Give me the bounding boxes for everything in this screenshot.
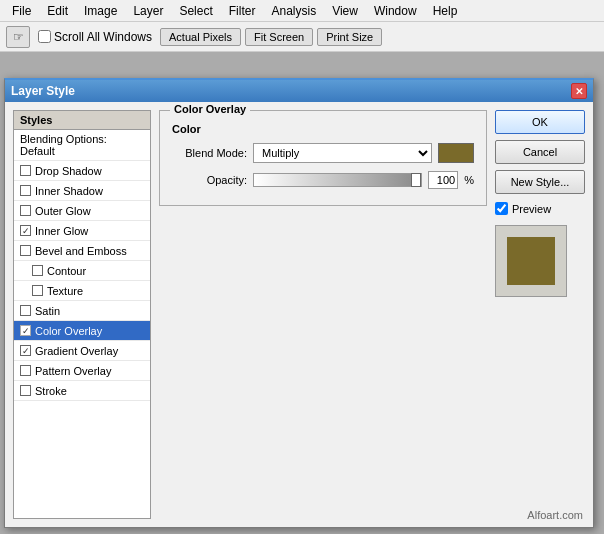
menu-file[interactable]: File xyxy=(4,2,39,20)
opacity-label: Opacity: xyxy=(172,174,247,186)
drop-shadow-label: Drop Shadow xyxy=(35,165,102,177)
inner-glow-label: Inner Glow xyxy=(35,225,88,237)
menu-image[interactable]: Image xyxy=(76,2,125,20)
opacity-row: Opacity: % xyxy=(172,171,474,189)
bevel-emboss-label: Bevel and Emboss xyxy=(35,245,127,257)
pattern-overlay-item[interactable]: Pattern Overlay xyxy=(14,361,150,381)
gradient-overlay-checkbox[interactable] xyxy=(20,345,31,356)
menu-window[interactable]: Window xyxy=(366,2,425,20)
stroke-label: Stroke xyxy=(35,385,67,397)
contour-item[interactable]: Contour xyxy=(14,261,150,281)
blending-options-label: Blending Options: Default xyxy=(20,133,144,157)
cancel-button[interactable]: Cancel xyxy=(495,140,585,164)
inner-shadow-checkbox[interactable] xyxy=(20,185,31,196)
outer-glow-item[interactable]: Outer Glow xyxy=(14,201,150,221)
color-overlay-checkbox[interactable]: ✓ xyxy=(20,325,31,336)
ok-button[interactable]: OK xyxy=(495,110,585,134)
preview-checkbox[interactable] xyxy=(495,202,508,215)
stroke-checkbox[interactable] xyxy=(20,385,31,396)
hand-tool-icon[interactable]: ☞ xyxy=(6,26,30,48)
satin-checkbox[interactable] xyxy=(20,305,31,316)
color-sub-title: Color xyxy=(172,123,474,135)
inner-glow-checkbox[interactable] xyxy=(20,225,31,236)
texture-label: Texture xyxy=(47,285,83,297)
inner-glow-item[interactable]: Inner Glow xyxy=(14,221,150,241)
menu-layer[interactable]: Layer xyxy=(125,2,171,20)
dialog-overlay: Layer Style ✕ Styles Blending Options: D… xyxy=(0,70,604,534)
blend-mode-select[interactable]: Multiply xyxy=(253,143,432,163)
menu-filter[interactable]: Filter xyxy=(221,2,264,20)
print-size-button[interactable]: Print Size xyxy=(317,28,382,46)
menu-bar: File Edit Image Layer Select Filter Anal… xyxy=(0,0,604,22)
contour-label: Contour xyxy=(47,265,86,277)
dialog-titlebar: Layer Style ✕ xyxy=(5,80,593,102)
inner-shadow-item[interactable]: Inner Shadow xyxy=(14,181,150,201)
new-style-button[interactable]: New Style... xyxy=(495,170,585,194)
percent-label: % xyxy=(464,174,474,186)
drop-shadow-checkbox[interactable] xyxy=(20,165,31,176)
blending-options-item[interactable]: Blending Options: Default xyxy=(14,130,150,161)
pattern-overlay-checkbox[interactable] xyxy=(20,365,31,376)
dialog-title: Layer Style xyxy=(11,84,75,98)
gradient-overlay-item[interactable]: Gradient Overlay xyxy=(14,341,150,361)
blend-mode-label: Blend Mode: xyxy=(172,147,247,159)
gradient-overlay-label: Gradient Overlay xyxy=(35,345,118,357)
menu-edit[interactable]: Edit xyxy=(39,2,76,20)
preview-thumbnail xyxy=(495,225,567,297)
satin-item[interactable]: Satin xyxy=(14,301,150,321)
watermark: Alfoart.com xyxy=(527,509,583,521)
fit-screen-button[interactable]: Fit Screen xyxy=(245,28,313,46)
scroll-all-windows-check[interactable] xyxy=(38,30,51,43)
stroke-item[interactable]: Stroke xyxy=(14,381,150,401)
opacity-slider[interactable] xyxy=(253,173,422,187)
center-panel: Color Overlay Color Blend Mode: Multiply… xyxy=(159,110,487,519)
drop-shadow-item[interactable]: Drop Shadow xyxy=(14,161,150,181)
buttons-panel: OK Cancel New Style... Preview xyxy=(495,110,585,519)
preview-inner-swatch xyxy=(507,237,555,285)
color-overlay-label: Color Overlay xyxy=(35,325,102,337)
menu-analysis[interactable]: Analysis xyxy=(263,2,324,20)
outer-glow-label: Outer Glow xyxy=(35,205,91,217)
bevel-emboss-checkbox[interactable] xyxy=(20,245,31,256)
scroll-all-windows-checkbox[interactable]: Scroll All Windows xyxy=(34,30,156,44)
dialog-body: Styles Blending Options: Default Drop Sh… xyxy=(5,102,593,527)
color-overlay-item[interactable]: ✓ Color Overlay xyxy=(14,321,150,341)
outer-glow-checkbox[interactable] xyxy=(20,205,31,216)
bevel-emboss-item[interactable]: Bevel and Emboss xyxy=(14,241,150,261)
menu-view[interactable]: View xyxy=(324,2,366,20)
pattern-overlay-label: Pattern Overlay xyxy=(35,365,111,377)
texture-checkbox[interactable] xyxy=(32,285,43,296)
menu-help[interactable]: Help xyxy=(425,2,466,20)
color-overlay-group: Color Overlay Color Blend Mode: Multiply… xyxy=(159,110,487,206)
menu-select[interactable]: Select xyxy=(171,2,220,20)
actual-pixels-button[interactable]: Actual Pixels xyxy=(160,28,241,46)
layer-style-dialog: Layer Style ✕ Styles Blending Options: D… xyxy=(4,78,594,528)
color-overlay-section-title: Color Overlay xyxy=(170,103,250,115)
toolbar: ☞ Scroll All Windows Actual Pixels Fit S… xyxy=(0,22,604,52)
opacity-value-input[interactable] xyxy=(428,171,458,189)
scroll-all-windows-label: Scroll All Windows xyxy=(54,30,152,44)
satin-label: Satin xyxy=(35,305,60,317)
styles-panel: Styles Blending Options: Default Drop Sh… xyxy=(13,110,151,519)
preview-checkbox-row: Preview xyxy=(495,202,585,215)
inner-shadow-label: Inner Shadow xyxy=(35,185,103,197)
styles-panel-header: Styles xyxy=(14,111,150,130)
preview-label: Preview xyxy=(512,203,551,215)
contour-checkbox[interactable] xyxy=(32,265,43,276)
color-swatch[interactable] xyxy=(438,143,474,163)
texture-item[interactable]: Texture xyxy=(14,281,150,301)
dialog-close-button[interactable]: ✕ xyxy=(571,83,587,99)
blend-mode-row: Blend Mode: Multiply xyxy=(172,143,474,163)
